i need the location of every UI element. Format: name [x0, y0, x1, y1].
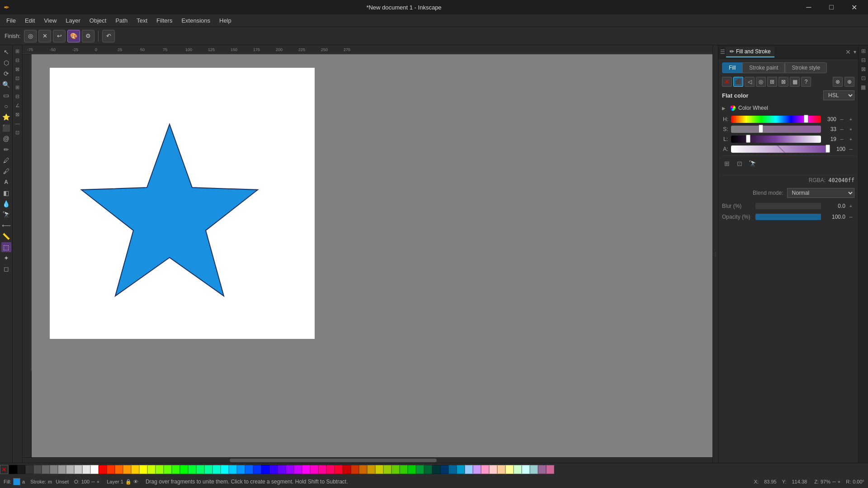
- zoom-increment[interactable]: +: [838, 479, 840, 484]
- zoom-decrement[interactable]: ─: [832, 479, 836, 484]
- palette-swatch[interactable]: [408, 465, 416, 474]
- tool-node[interactable]: ⬡: [1, 58, 11, 68]
- palette-swatch[interactable]: [212, 465, 221, 474]
- tool-tweak[interactable]: ⟳: [1, 69, 11, 79]
- palette-swatch[interactable]: [546, 465, 554, 474]
- opacity-inc[interactable]: +: [97, 479, 99, 484]
- color-wheel-header[interactable]: ▶ Color Wheel: [722, 104, 854, 112]
- palette-swatch[interactable]: [188, 465, 196, 474]
- palette-swatch[interactable]: [50, 465, 58, 474]
- toolbar-x-btn[interactable]: ✕: [38, 30, 51, 42]
- menu-edit[interactable]: Edit: [20, 15, 39, 26]
- fill-swatch-btn[interactable]: ▦: [790, 77, 800, 87]
- sp-objects-icon[interactable]: ⊠: [859, 65, 868, 73]
- toolbar-undo2-btn[interactable]: ↶: [102, 30, 115, 42]
- opacity-slider-track[interactable]: [755, 214, 821, 220]
- tool-fill[interactable]: 💧: [1, 199, 11, 209]
- palette-swatch[interactable]: [58, 465, 66, 474]
- palette-swatch[interactable]: [400, 465, 408, 474]
- palette-swatch[interactable]: [253, 465, 261, 474]
- menu-layer[interactable]: Layer: [61, 15, 85, 26]
- fill-radial-btn[interactable]: ◎: [756, 77, 766, 87]
- palette-swatch[interactable]: [99, 465, 107, 474]
- minimize-button[interactable]: ─: [798, 0, 819, 14]
- palette-swatch[interactable]: [107, 465, 115, 474]
- palette-swatch[interactable]: [457, 465, 465, 474]
- palette-swatch[interactable]: [172, 465, 180, 474]
- palette-swatch[interactable]: [367, 465, 375, 474]
- panel-menu-btn[interactable]: ▾: [854, 49, 856, 55]
- palette-swatch[interactable]: [416, 465, 424, 474]
- palette-swatch[interactable]: [335, 465, 343, 474]
- palette-swatch[interactable]: [465, 465, 473, 474]
- blur-slider-track[interactable]: [755, 203, 821, 209]
- horizontal-scrollbar[interactable]: [23, 457, 712, 463]
- palette-none-swatch[interactable]: ✕: [0, 465, 8, 474]
- sp-xml-icon[interactable]: ⊞: [859, 47, 868, 55]
- pipette-icon[interactable]: 🔭: [747, 159, 757, 169]
- palette-swatch[interactable]: [294, 465, 302, 474]
- palette-swatch[interactable]: [359, 465, 367, 474]
- palette-swatch[interactable]: [269, 465, 278, 474]
- tool-dropper[interactable]: 🔭: [1, 210, 11, 220]
- palette-swatch[interactable]: [74, 465, 82, 474]
- fs-tab-stroke-style[interactable]: Stroke style: [785, 62, 827, 73]
- palette-swatch[interactable]: [392, 465, 400, 474]
- snap-node[interactable]: ⊠: [14, 65, 22, 73]
- tool-pencil[interactable]: ✏: [1, 145, 11, 155]
- snap-obj[interactable]: ⊠: [14, 110, 22, 118]
- color-wheel-expand-icon[interactable]: ▶: [722, 106, 726, 111]
- fill-flat-btn[interactable]: ⬛: [733, 77, 743, 87]
- fill-mesh-btn[interactable]: ⊞: [767, 77, 777, 87]
- tool-path-active[interactable]: ⬚: [1, 242, 11, 252]
- palette-swatch[interactable]: [156, 465, 164, 474]
- palette-swatch[interactable]: [261, 465, 269, 474]
- palette-swatch[interactable]: [66, 465, 74, 474]
- hsl-dropdown[interactable]: HSL RGB CMYK HSV: [823, 90, 854, 100]
- palette-swatch[interactable]: [440, 465, 448, 474]
- blur-increment[interactable]: +: [847, 202, 854, 210]
- tool-eraser[interactable]: ◻: [1, 264, 11, 274]
- panel-list-icon[interactable]: ☰: [720, 49, 725, 55]
- fs-tab-stroke-paint[interactable]: Stroke paint: [742, 62, 785, 73]
- palette-swatch[interactable]: [237, 465, 245, 474]
- tool-connector[interactable]: ⟵: [1, 221, 11, 230]
- palette-swatch[interactable]: [326, 465, 335, 474]
- canvas-wrapper[interactable]: [32, 54, 712, 457]
- palette-swatch[interactable]: [9, 465, 17, 474]
- palette-swatch[interactable]: [505, 465, 514, 474]
- hue-decrement[interactable]: ─: [838, 116, 845, 123]
- menu-text[interactable]: Text: [132, 15, 152, 26]
- lum-slider-thumb[interactable]: [746, 135, 750, 143]
- snap-extra[interactable]: ⊡: [14, 128, 22, 136]
- lum-increment[interactable]: +: [847, 136, 854, 143]
- paste-color-icon[interactable]: ⊡: [735, 159, 745, 169]
- fill-linear-btn[interactable]: ◁: [745, 77, 755, 87]
- menu-view[interactable]: View: [39, 15, 61, 26]
- tool-calligraphy[interactable]: 🖋: [1, 166, 11, 176]
- menu-filters[interactable]: Filters: [152, 15, 177, 26]
- menu-help[interactable]: Help: [215, 15, 236, 26]
- palette-swatch[interactable]: [33, 465, 42, 474]
- tool-ellipse[interactable]: ○: [1, 101, 11, 111]
- palette-swatch[interactable]: [522, 465, 530, 474]
- fill-rule-nonzero[interactable]: ⊗: [833, 77, 843, 87]
- palette-swatch[interactable]: [278, 465, 286, 474]
- close-button[interactable]: ✕: [844, 0, 864, 14]
- sat-increment[interactable]: +: [847, 126, 854, 133]
- sat-slider-thumb[interactable]: [759, 125, 763, 133]
- palette-swatch[interactable]: [351, 465, 359, 474]
- tool-star[interactable]: ⭐: [1, 112, 11, 122]
- layer-visibility-icon[interactable]: 👁: [133, 479, 138, 484]
- hue-increment[interactable]: +: [847, 116, 854, 123]
- palette-swatch[interactable]: [481, 465, 489, 474]
- sat-decrement[interactable]: ─: [838, 126, 845, 133]
- alpha-slider-thumb[interactable]: [826, 145, 830, 153]
- lum-slider-track[interactable]: [731, 136, 821, 143]
- palette-swatch[interactable]: [204, 465, 212, 474]
- palette-swatch[interactable]: [229, 465, 237, 474]
- tool-rect[interactable]: ▭: [1, 90, 11, 100]
- tool-3d[interactable]: ⬛: [1, 123, 11, 133]
- snap-angle[interactable]: ∠: [14, 101, 22, 109]
- star-shape[interactable]: [77, 120, 262, 310]
